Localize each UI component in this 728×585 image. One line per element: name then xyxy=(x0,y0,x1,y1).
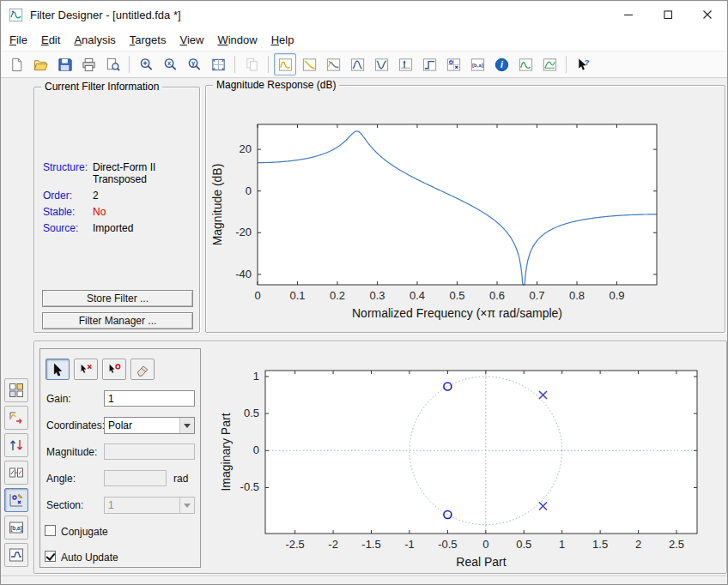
eraser-icon xyxy=(135,362,150,377)
magnitude-and-phase-button[interactable] xyxy=(322,53,344,75)
store-filter-button[interactable]: Store Filter ... xyxy=(42,290,193,307)
print-button[interactable] xyxy=(77,53,100,75)
menu-file[interactable]: File xyxy=(3,30,34,50)
pole-zero-plot[interactable]: -2.5-2-1.5-1-0.500.511.522.5-0.500.51Rea… xyxy=(208,360,726,573)
pole-zero-editor-panel: Gain: Coordinates: Polar Magnitude: Angl… xyxy=(33,341,727,574)
maximize-icon xyxy=(660,7,676,22)
add-zero-icon xyxy=(106,362,122,377)
minimize-button[interactable] xyxy=(609,1,648,28)
menu-targets[interactable]: Targets xyxy=(123,30,173,50)
phase-response-button[interactable] xyxy=(298,53,320,75)
menu-analysis[interactable]: Analysis xyxy=(67,30,122,50)
auto-update-label: Auto Update xyxy=(61,552,118,564)
close-button[interactable] xyxy=(688,1,727,28)
phase-response-icon xyxy=(301,57,318,73)
sb-pz-editor-icon xyxy=(8,492,25,509)
menu-help[interactable]: Help xyxy=(264,30,301,50)
svg-text:1.5: 1.5 xyxy=(592,538,608,551)
window-title: Filter Designer - [untitled.fda *] xyxy=(30,9,181,21)
filter-info-fields: Structure: Direct-Form II Transposed Ord… xyxy=(43,161,196,238)
menu-view[interactable]: View xyxy=(173,30,210,50)
conjugate-checkbox[interactable] xyxy=(45,525,56,536)
svg-text:0.9: 0.9 xyxy=(609,289,624,302)
angle-input xyxy=(104,470,167,486)
section-label: Section: xyxy=(46,499,83,511)
svg-text:0: 0 xyxy=(253,443,259,456)
menu-window[interactable]: Window xyxy=(210,30,264,50)
svg-text:1: 1 xyxy=(559,538,565,551)
svg-text:-2.5: -2.5 xyxy=(285,538,304,551)
pole-zero-plot-button[interactable] xyxy=(442,53,464,75)
group-delay-button[interactable] xyxy=(346,53,368,75)
zoom-x-button[interactable]: x xyxy=(159,53,181,75)
menu-edit[interactable]: Edit xyxy=(34,30,67,50)
open-session-button[interactable] xyxy=(29,53,52,75)
svg-text:?: ? xyxy=(584,57,589,66)
svg-text:x: x xyxy=(167,59,171,65)
step-response-icon xyxy=(422,57,438,73)
pole-zero-editor-button[interactable] xyxy=(4,488,28,512)
step-response-button[interactable] xyxy=(418,53,440,75)
order-label: Order: xyxy=(43,190,93,202)
coordinates-select[interactable]: Polar xyxy=(104,417,195,434)
toolbar-separator xyxy=(234,56,235,73)
zoom-in-button[interactable] xyxy=(135,53,157,75)
structure-row: Structure: Direct-Form II Transposed xyxy=(43,161,196,185)
whats-this-button[interactable]: ? xyxy=(572,53,594,75)
maximize-button[interactable] xyxy=(648,1,688,28)
section-select: 1 xyxy=(104,497,195,514)
sb-design-icon xyxy=(8,546,25,564)
multirate-filter-button[interactable] xyxy=(4,433,28,457)
realize-model-button[interactable] xyxy=(4,461,28,485)
svg-text:1: 1 xyxy=(253,370,259,383)
phase-delay-button[interactable] xyxy=(370,53,392,75)
stable-label: Stable: xyxy=(43,206,93,218)
impulse-response-button[interactable] xyxy=(394,53,416,75)
whats-this-icon: ? xyxy=(575,57,592,73)
gain-label: Gain: xyxy=(46,393,71,405)
magnitude-input xyxy=(104,443,195,460)
open-folder-icon xyxy=(33,57,49,73)
set-quantization-parameters-button[interactable] xyxy=(4,378,28,402)
import-filter-button[interactable]: [b,a] xyxy=(4,516,28,540)
svg-text:0.8: 0.8 xyxy=(569,289,585,302)
print-preview-button[interactable] xyxy=(101,53,124,75)
zoom-in-icon xyxy=(138,57,155,73)
filter-manager-button[interactable]: Filter Manager ... xyxy=(42,312,193,329)
title-bar[interactable]: Filter Designer - [untitled.fda *] xyxy=(1,1,727,28)
gain-input[interactable] xyxy=(104,390,195,407)
full-view-icon xyxy=(210,57,227,73)
sb-quantize-icon xyxy=(8,382,25,399)
new-session-button[interactable] xyxy=(5,53,27,75)
sb-multirate-icon xyxy=(8,437,25,454)
round-off-noise-power-button[interactable] xyxy=(538,53,561,75)
svg-text:-2: -2 xyxy=(328,538,338,551)
zoom-y-button[interactable]: y xyxy=(183,53,205,75)
filter-information-button[interactable]: i xyxy=(490,53,513,75)
svg-text:0.7: 0.7 xyxy=(529,289,544,302)
magnitude-response-estimate-button[interactable] xyxy=(514,53,537,75)
new-file-icon xyxy=(9,57,25,73)
save-session-button[interactable] xyxy=(53,53,76,75)
full-view-button[interactable] xyxy=(207,53,229,75)
design-filter-button[interactable] xyxy=(4,543,28,567)
filter-designer-window: Filter Designer - [untitled.fda *] FileE… xyxy=(0,0,728,585)
minimize-icon xyxy=(621,7,636,22)
magnitude-response-panel: Magnitude Response (dB) 00.10.20.30.40.5… xyxy=(205,85,725,333)
svg-text:-40: -40 xyxy=(235,268,252,280)
svg-text:-0.5: -0.5 xyxy=(240,480,259,493)
add-zero-tool[interactable] xyxy=(102,359,126,380)
current-filter-information-panel: Current Filter Information Structure: Di… xyxy=(33,87,200,333)
svg-text:Normalized Frequency (×π rad/s: Normalized Frequency (×π rad/sample) xyxy=(352,306,562,320)
group-delay-icon xyxy=(349,57,366,73)
transform-filter-button[interactable] xyxy=(4,406,28,430)
move-pole-zero-tool[interactable] xyxy=(46,359,70,380)
toolbar-separator xyxy=(566,56,567,73)
auto-update-checkbox[interactable] xyxy=(45,551,56,562)
delete-pole-zero-tool[interactable] xyxy=(130,359,155,380)
add-pole-tool[interactable] xyxy=(74,359,98,380)
mag-estimate-icon xyxy=(518,57,534,73)
svg-text:0.4: 0.4 xyxy=(410,289,425,302)
filter-coefficients-button[interactable]: [b,a] xyxy=(466,53,488,75)
magnitude-response-button[interactable] xyxy=(274,53,296,75)
